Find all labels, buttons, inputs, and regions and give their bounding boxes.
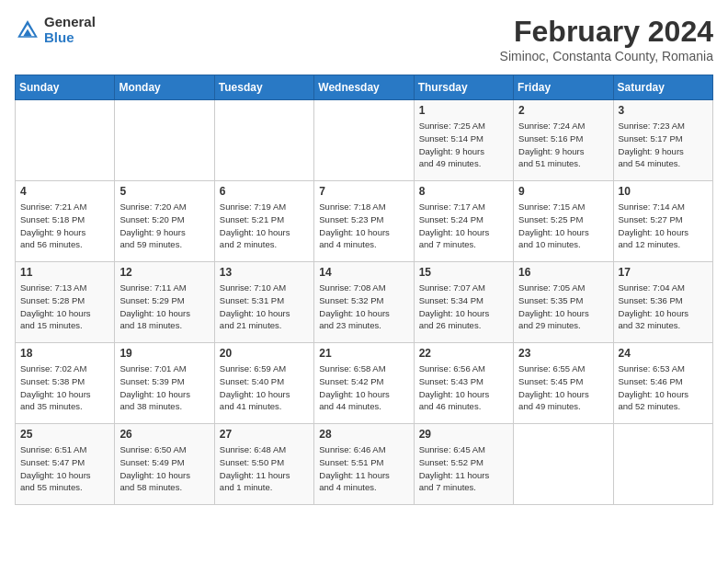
weekday-header-thursday: Thursday: [414, 75, 513, 100]
calendar-cell: 15Sunrise: 7:07 AM Sunset: 5:34 PM Dayli…: [414, 262, 513, 343]
day-number: 3: [619, 104, 708, 117]
calendar-cell: 21Sunrise: 6:58 AM Sunset: 5:42 PM Dayli…: [314, 343, 414, 424]
calendar-cell: 25Sunrise: 6:51 AM Sunset: 5:47 PM Dayli…: [16, 424, 115, 505]
day-info: Sunrise: 6:56 AM Sunset: 5:43 PM Dayligh…: [419, 362, 508, 413]
weekday-header-saturday: Saturday: [613, 75, 712, 100]
calendar-cell: 28Sunrise: 6:46 AM Sunset: 5:51 PM Dayli…: [314, 424, 414, 505]
calendar-cell: 4Sunrise: 7:21 AM Sunset: 5:18 PM Daylig…: [16, 181, 115, 262]
day-number: 25: [20, 428, 109, 441]
calendar-title: February 2024: [500, 15, 713, 49]
day-number: 24: [619, 347, 708, 360]
calendar-cell: 8Sunrise: 7:17 AM Sunset: 5:24 PM Daylig…: [414, 181, 513, 262]
logo-icon: [15, 17, 40, 43]
day-number: 27: [220, 428, 309, 441]
day-info: Sunrise: 6:55 AM Sunset: 5:45 PM Dayligh…: [518, 362, 608, 413]
calendar-cell: 3Sunrise: 7:23 AM Sunset: 5:17 PM Daylig…: [613, 100, 712, 181]
day-info: Sunrise: 7:15 AM Sunset: 5:25 PM Dayligh…: [518, 201, 608, 251]
calendar-cell: 23Sunrise: 6:55 AM Sunset: 5:45 PM Dayli…: [514, 343, 613, 424]
day-number: 29: [419, 428, 508, 441]
calendar-cell: 14Sunrise: 7:08 AM Sunset: 5:32 PM Dayli…: [314, 262, 414, 343]
day-number: 15: [419, 266, 508, 279]
day-number: 4: [20, 185, 109, 198]
weekday-header-friday: Friday: [514, 75, 613, 100]
day-number: 7: [319, 185, 408, 198]
calendar-cell: 10Sunrise: 7:14 AM Sunset: 5:27 PM Dayli…: [613, 181, 712, 262]
calendar-cell: 22Sunrise: 6:56 AM Sunset: 5:43 PM Dayli…: [414, 343, 513, 424]
day-number: 8: [419, 185, 508, 198]
day-info: Sunrise: 7:23 AM Sunset: 5:17 PM Dayligh…: [619, 120, 708, 170]
day-info: Sunrise: 7:14 AM Sunset: 5:27 PM Dayligh…: [619, 201, 708, 251]
day-info: Sunrise: 7:21 AM Sunset: 5:18 PM Dayligh…: [20, 201, 109, 251]
day-info: Sunrise: 7:08 AM Sunset: 5:32 PM Dayligh…: [319, 282, 408, 332]
day-number: 23: [518, 347, 608, 360]
day-number: 9: [518, 185, 608, 198]
day-number: 2: [518, 104, 608, 117]
day-number: 6: [220, 185, 309, 198]
weekday-header-tuesday: Tuesday: [214, 75, 313, 100]
calendar-cell: 20Sunrise: 6:59 AM Sunset: 5:40 PM Dayli…: [214, 343, 313, 424]
day-info: Sunrise: 7:05 AM Sunset: 5:35 PM Dayligh…: [518, 282, 608, 332]
day-info: Sunrise: 7:10 AM Sunset: 5:31 PM Dayligh…: [220, 282, 309, 332]
calendar-cell: 7Sunrise: 7:18 AM Sunset: 5:23 PM Daylig…: [314, 181, 414, 262]
day-number: 19: [119, 347, 209, 360]
weekday-header-wednesday: Wednesday: [314, 75, 414, 100]
day-info: Sunrise: 6:48 AM Sunset: 5:50 PM Dayligh…: [220, 443, 309, 494]
day-number: 22: [419, 347, 508, 360]
day-number: 20: [220, 347, 309, 360]
day-info: Sunrise: 6:59 AM Sunset: 5:40 PM Dayligh…: [220, 362, 309, 413]
day-info: Sunrise: 7:18 AM Sunset: 5:23 PM Dayligh…: [319, 201, 408, 251]
calendar-cell: [214, 100, 313, 181]
logo-blue: Blue: [44, 30, 96, 46]
day-info: Sunrise: 7:17 AM Sunset: 5:24 PM Dayligh…: [419, 201, 508, 251]
day-number: 14: [319, 266, 408, 279]
weekday-header-row: SundayMondayTuesdayWednesdayThursdayFrid…: [16, 75, 713, 100]
day-info: Sunrise: 6:46 AM Sunset: 5:51 PM Dayligh…: [319, 443, 408, 494]
logo: General Blue: [15, 15, 96, 45]
calendar-subtitle: Siminoc, Constanta County, Romania: [500, 49, 713, 63]
calendar-cell: [115, 100, 214, 181]
calendar-cell: 29Sunrise: 6:45 AM Sunset: 5:52 PM Dayli…: [414, 424, 513, 505]
calendar-cell: 6Sunrise: 7:19 AM Sunset: 5:21 PM Daylig…: [214, 181, 313, 262]
calendar-cell: 2Sunrise: 7:24 AM Sunset: 5:16 PM Daylig…: [514, 100, 613, 181]
calendar-cell: 26Sunrise: 6:50 AM Sunset: 5:49 PM Dayli…: [115, 424, 214, 505]
day-number: 17: [619, 266, 708, 279]
weekday-header-sunday: Sunday: [16, 75, 115, 100]
calendar-cell: 19Sunrise: 7:01 AM Sunset: 5:39 PM Dayli…: [115, 343, 214, 424]
calendar-cell: 24Sunrise: 6:53 AM Sunset: 5:46 PM Dayli…: [613, 343, 712, 424]
day-number: 12: [119, 266, 209, 279]
calendar-table: SundayMondayTuesdayWednesdayThursdayFrid…: [15, 75, 713, 505]
day-number: 13: [220, 266, 309, 279]
day-info: Sunrise: 7:20 AM Sunset: 5:20 PM Dayligh…: [119, 201, 209, 251]
day-number: 28: [319, 428, 408, 441]
calendar-cell: 11Sunrise: 7:13 AM Sunset: 5:28 PM Dayli…: [16, 262, 115, 343]
day-number: 21: [319, 347, 408, 360]
day-number: 11: [20, 266, 109, 279]
calendar-cell: 5Sunrise: 7:20 AM Sunset: 5:20 PM Daylig…: [115, 181, 214, 262]
calendar-cell: [16, 100, 115, 181]
calendar-cell: [314, 100, 414, 181]
calendar-cell: 9Sunrise: 7:15 AM Sunset: 5:25 PM Daylig…: [514, 181, 613, 262]
day-info: Sunrise: 7:02 AM Sunset: 5:38 PM Dayligh…: [20, 362, 109, 413]
day-number: 10: [619, 185, 708, 198]
calendar-cell: [514, 424, 613, 505]
day-info: Sunrise: 7:04 AM Sunset: 5:36 PM Dayligh…: [619, 282, 708, 332]
day-info: Sunrise: 6:58 AM Sunset: 5:42 PM Dayligh…: [319, 362, 408, 413]
week-row-5: 25Sunrise: 6:51 AM Sunset: 5:47 PM Dayli…: [16, 424, 713, 505]
day-info: Sunrise: 6:50 AM Sunset: 5:49 PM Dayligh…: [119, 443, 209, 494]
day-number: 1: [419, 104, 508, 117]
day-number: 5: [119, 185, 209, 198]
day-info: Sunrise: 7:07 AM Sunset: 5:34 PM Dayligh…: [419, 282, 508, 332]
logo-general: General: [44, 15, 96, 30]
day-info: Sunrise: 6:53 AM Sunset: 5:46 PM Dayligh…: [619, 362, 708, 413]
calendar-cell: 27Sunrise: 6:48 AM Sunset: 5:50 PM Dayli…: [214, 424, 313, 505]
week-row-4: 18Sunrise: 7:02 AM Sunset: 5:38 PM Dayli…: [16, 343, 713, 424]
calendar-cell: 12Sunrise: 7:11 AM Sunset: 5:29 PM Dayli…: [115, 262, 214, 343]
day-number: 16: [518, 266, 608, 279]
calendar-cell: 16Sunrise: 7:05 AM Sunset: 5:35 PM Dayli…: [514, 262, 613, 343]
calendar-cell: 1Sunrise: 7:25 AM Sunset: 5:14 PM Daylig…: [414, 100, 513, 181]
day-info: Sunrise: 6:51 AM Sunset: 5:47 PM Dayligh…: [20, 443, 109, 494]
week-row-3: 11Sunrise: 7:13 AM Sunset: 5:28 PM Dayli…: [16, 262, 713, 343]
day-info: Sunrise: 7:25 AM Sunset: 5:14 PM Dayligh…: [419, 120, 508, 170]
weekday-header-monday: Monday: [115, 75, 214, 100]
day-info: Sunrise: 7:24 AM Sunset: 5:16 PM Dayligh…: [518, 120, 608, 170]
